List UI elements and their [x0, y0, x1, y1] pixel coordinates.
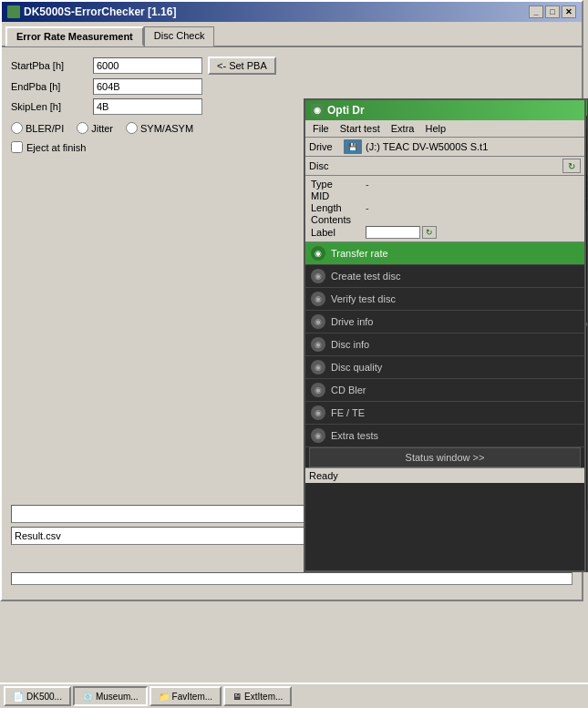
title-bar-controls: _ □ ✕ — [529, 5, 576, 18]
disc-length-value: - — [366, 202, 369, 213]
taskbar-label-2: Museum... — [96, 692, 139, 702]
disc-contents-row: Contents — [311, 214, 579, 225]
eject-checkbox[interactable] — [11, 141, 23, 153]
close-button[interactable]: ✕ — [562, 5, 576, 18]
disc-label: Disc — [309, 160, 328, 171]
disc-type-row: Type - — [311, 179, 579, 190]
tabs-bar: Error Rate Measurement Disc Check — [2, 22, 582, 47]
menu-btn-fe-te[interactable]: ◉ FE / TE — [305, 402, 584, 425]
opti-window-title: Opti Dr — [327, 104, 365, 117]
taskbar-item-3[interactable]: 📁 FavItem... — [150, 686, 222, 706]
drive-icon: 💾 — [344, 139, 362, 154]
taskbar-label-1: DK500... — [26, 692, 62, 702]
taskbar-icon-2: 💿 — [82, 692, 93, 702]
disc-length-label: Length — [311, 202, 366, 213]
menu-help[interactable]: Help — [421, 122, 449, 135]
opti-title-left: ◉ Opti Dr — [311, 104, 365, 117]
tab-disc-check[interactable]: Disc Check — [144, 26, 215, 46]
radio-sym-asym-label: SYM/ASYM — [140, 123, 193, 134]
eject-label: Eject at finish — [26, 142, 86, 153]
end-pba-row: EndPba [h] — [11, 78, 303, 95]
disc-label-row: Label ↻ — [311, 226, 579, 239]
radio-jitter[interactable]: Jitter — [77, 122, 113, 134]
disc-label-input[interactable] — [366, 226, 420, 239]
radio-bler-pi-input[interactable] — [11, 122, 23, 134]
taskbar-item-2[interactable]: 💿 Museum... — [73, 686, 148, 706]
menu-btn-drive-info[interactable]: ◉ Drive info — [305, 311, 584, 333]
skip-len-label: SkipLen [h] — [11, 101, 93, 112]
opti-menubar: File Start test Extra Help — [305, 120, 584, 138]
title-bar: DK5000S-ErrorChecker [1.16] _ □ ✕ — [2, 2, 582, 22]
opti-status-bar: Ready — [305, 467, 584, 483]
menu-btn-cd-bler[interactable]: ◉ CD Bler — [305, 379, 584, 402]
radio-sym-asym-input[interactable] — [126, 122, 138, 134]
disc-mid-row: MID — [311, 190, 579, 201]
start-pba-row: StartPba [h] <- Set PBA — [11, 56, 303, 75]
taskbar-item-1[interactable]: 📄 DK500... — [4, 686, 71, 706]
opti-app-icon: ◉ — [311, 104, 324, 117]
disc-type-value: - — [366, 179, 369, 190]
disc-label-refresh-button[interactable]: ↻ — [422, 226, 437, 239]
opti-disc-fields: Type - MID Length - Contents Label ↻ — [305, 176, 584, 242]
menu-btn-disc-info[interactable]: ◉ Disc info — [305, 333, 584, 356]
app-icon — [7, 5, 20, 18]
end-pba-input[interactable] — [93, 78, 202, 95]
cd-bler-icon: ◉ — [311, 383, 325, 397]
radio-bler-pi-label: BLER/PI — [26, 123, 64, 134]
opti-title-bar: ◉ Opti Dr — [305, 100, 584, 120]
menu-btn-transfer-rate[interactable]: ◉ Transfer rate — [305, 242, 584, 265]
opti-drive-bar: Drive 💾 (J:) TEAC DV-W5000S S.t1 — [305, 138, 584, 157]
fe-te-icon: ◉ — [311, 405, 325, 420]
extra-tests-icon: ◉ — [311, 428, 325, 443]
disc-contents-label: Contents — [311, 214, 366, 225]
progress-bar — [11, 572, 573, 585]
status-window-button[interactable]: Status window >> — [309, 447, 581, 467]
menu-file[interactable]: File — [309, 122, 333, 135]
menu-start-test[interactable]: Start test — [336, 122, 384, 135]
set-pba-button[interactable]: <- Set PBA — [208, 56, 276, 75]
drive-label: Drive — [309, 141, 344, 152]
opti-disc-bar: Disc ↻ — [305, 157, 584, 176]
disc-mid-label: MID — [311, 190, 366, 201]
taskbar-icon-1: 📄 — [13, 692, 24, 702]
skip-len-input[interactable] — [93, 98, 202, 115]
disc-quality-icon: ◉ — [311, 360, 325, 375]
radio-jitter-label: Jitter — [91, 123, 113, 134]
window-title: DK5000S-ErrorChecker [1.16] — [24, 5, 176, 18]
radio-jitter-input[interactable] — [77, 122, 88, 134]
disc-info-icon: ◉ — [311, 337, 325, 352]
menu-btn-verify-test-disc[interactable]: ◉ Verify test disc — [305, 288, 584, 311]
end-pba-label: EndPba [h] — [11, 81, 93, 92]
tab-error-rate[interactable]: Error Rate Measurement — [5, 26, 144, 46]
title-bar-left: DK5000S-ErrorChecker [1.16] — [7, 5, 176, 18]
disc-type-label: Type — [311, 179, 366, 190]
taskbar: 📄 DK500... 💿 Museum... 📁 FavItem... 🖥 Ex… — [0, 682, 588, 708]
disc-refresh-button[interactable]: ↻ — [562, 159, 581, 173]
eject-checkbox-row: Eject at finish — [11, 141, 303, 153]
verify-test-disc-icon: ◉ — [311, 292, 325, 306]
status-text: Ready — [309, 470, 338, 481]
maximize-button[interactable]: □ — [545, 5, 560, 18]
menu-btn-disc-quality[interactable]: ◉ Disc quality — [305, 356, 584, 379]
opti-drive-window: ◉ Opti Dr File Start test Extra Help Dri… — [304, 98, 586, 572]
disc-label-label: Label — [311, 227, 366, 238]
start-pba-input[interactable] — [93, 57, 202, 74]
taskbar-item-4[interactable]: 🖥 ExtItem... — [223, 686, 292, 706]
drive-value: (J:) TEAC DV-W5000S S.t1 — [366, 141, 488, 152]
menu-btn-create-test-disc[interactable]: ◉ Create test disc — [305, 265, 584, 288]
radio-bler-pi[interactable]: BLER/PI — [11, 122, 64, 134]
radio-sym-asym[interactable]: SYM/ASYM — [126, 122, 193, 134]
taskbar-icon-3: 📁 — [159, 692, 170, 702]
menu-btn-extra-tests[interactable]: ◉ Extra tests — [305, 425, 584, 447]
radio-group: BLER/PI Jitter SYM/ASYM — [11, 122, 303, 134]
minimize-button[interactable]: _ — [529, 5, 543, 18]
taskbar-label-3: FavItem... — [172, 692, 212, 702]
opti-side-menu: ◉ Transfer rate ◉ Create test disc ◉ Ver… — [305, 242, 584, 447]
disc-length-row: Length - — [311, 202, 579, 213]
transfer-rate-icon: ◉ — [311, 246, 325, 261]
skip-len-row: SkipLen [h] — [11, 98, 303, 115]
drive-info-icon: ◉ — [311, 314, 325, 329]
taskbar-icon-4: 🖥 — [232, 692, 242, 702]
start-pba-label: StartPba [h] — [11, 60, 93, 71]
menu-extra[interactable]: Extra — [387, 122, 418, 135]
